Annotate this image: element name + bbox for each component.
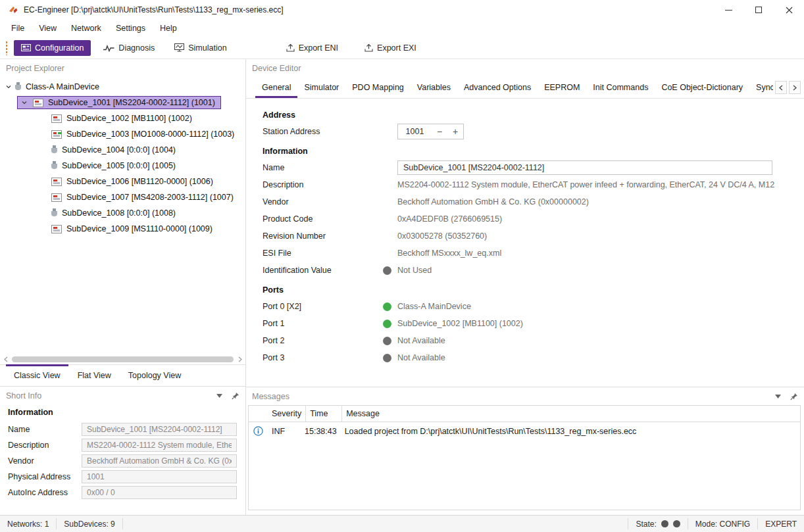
station-address-row: Station Address 1001 − + — [263, 123, 791, 140]
name-input[interactable] — [397, 160, 772, 175]
vendor-field[interactable] — [82, 454, 237, 468]
maximize-button[interactable] — [743, 0, 774, 20]
esi-file-label: ESI File — [263, 249, 383, 258]
revision-number-row: Revision Number 0x03005278 (50352760) — [263, 228, 791, 245]
tree-item-subdevice-1008[interactable]: SubDevice_1008 [0:0:0] (1008) — [0, 205, 245, 221]
status-dot-gray — [383, 337, 391, 345]
tree-item-subdevice-1009[interactable]: SubDevice_1009 [MS1110-0000] (1009) — [0, 221, 245, 237]
message-time: 15:38:43 — [301, 427, 341, 436]
description-label: Description — [263, 180, 383, 189]
revision-number-label: Revision Number — [263, 231, 383, 241]
description-field[interactable] — [82, 439, 237, 452]
pin-icon[interactable] — [232, 392, 239, 400]
project-explorer-panel: Project Explorer Class-A MainDevice — [0, 59, 245, 515]
tree-item-subdevice-1002[interactable]: SubDevice_1002 [MB1100] (1002) — [0, 110, 245, 126]
decrement-button[interactable]: − — [432, 124, 447, 139]
tab-coe-object-dictionary[interactable]: CoE Object-Dictionary — [655, 76, 749, 98]
tab-general[interactable]: General — [255, 76, 297, 98]
minimize-button[interactable] — [713, 0, 743, 20]
column-severity[interactable]: Severity — [268, 406, 306, 422]
product-code-label: Product Code — [263, 214, 383, 224]
tab-eeprom[interactable]: EEPROM — [538, 76, 586, 98]
simulation-button[interactable]: Simulation — [167, 40, 234, 56]
port-1-label: Port 1 — [263, 319, 383, 328]
tree-item-label: Class-A MainDevice — [26, 82, 99, 91]
mb-module-icon — [51, 114, 62, 123]
info-icon — [249, 426, 268, 436]
tab-topology-view[interactable]: Topology View — [120, 365, 189, 386]
scroll-left-icon[interactable] — [2, 356, 9, 362]
menu-help[interactable]: Help — [153, 21, 184, 36]
chevron-down-icon[interactable] — [4, 84, 13, 90]
diagnosis-label: Diagnosis — [118, 43, 155, 53]
autoinc-address-field[interactable] — [82, 486, 237, 499]
configuration-button[interactable]: Configuration — [14, 40, 91, 56]
simulation-label: Simulation — [188, 43, 226, 53]
pin-icon[interactable] — [790, 393, 798, 400]
messages-title: Messages — [252, 392, 289, 401]
increment-button[interactable]: + — [447, 124, 463, 139]
port-2-value: Not Available — [397, 336, 445, 345]
status-dot-green — [383, 320, 391, 328]
message-severity: INF — [268, 427, 301, 436]
tabs-scroll-left-button[interactable] — [775, 81, 787, 94]
tree-item-subdevice-1005[interactable]: SubDevice_1005 [0:0:0] (1005) — [0, 158, 245, 174]
tab-flat-view[interactable]: Flat View — [69, 365, 120, 386]
name-field[interactable] — [82, 423, 237, 436]
physical-address-field[interactable] — [82, 470, 237, 483]
tree-item-label: SubDevice_1003 [MO1008-0000-1112] (1003) — [66, 130, 234, 139]
expert-indicator: EXPERT — [757, 518, 804, 529]
station-address-stepper[interactable]: 1001 − + — [397, 124, 464, 139]
menu-network[interactable]: Network — [64, 21, 109, 36]
column-time[interactable]: Time — [306, 406, 342, 422]
mo-module-icon — [51, 130, 62, 139]
tree-item-subdevice-1007[interactable]: SubDevice_1007 [MS4208-2003-1112] (1007) — [0, 189, 245, 205]
tab-init-commands[interactable]: Init Commands — [586, 76, 655, 98]
tab-pdo-mapping[interactable]: PDO Mapping — [345, 76, 411, 98]
dropdown-icon[interactable] — [216, 394, 222, 398]
close-button[interactable] — [774, 0, 804, 20]
diagnosis-button[interactable]: Diagnosis — [96, 40, 162, 56]
networks-count: Networks: 1 — [0, 518, 57, 529]
tab-simulator[interactable]: Simulator — [297, 76, 345, 98]
horizontal-scrollbar[interactable] — [0, 354, 245, 364]
export-eni-button[interactable]: Export ENI — [280, 40, 344, 56]
status-dot-gray — [383, 354, 391, 362]
station-address-value[interactable]: 1001 — [398, 127, 432, 136]
scrollbar-thumb[interactable] — [12, 356, 234, 362]
product-code-row: Product Code 0xA4DEDF0B (2766069515) — [263, 210, 791, 228]
tabs-scroll-right-button[interactable] — [789, 81, 801, 94]
field-label: Name — [8, 425, 82, 434]
toolbar-grip[interactable] — [5, 41, 8, 55]
identification-value-label: Identification Value — [263, 266, 383, 275]
chevron-down-icon[interactable] — [20, 99, 28, 106]
tree-item-subdevice-1003[interactable]: SubDevice_1003 [MO1008-0000-1112] (1003) — [0, 126, 245, 142]
tree-item-subdevice-1004[interactable]: SubDevice_1004 [0:0:0] (1004) — [0, 142, 245, 158]
chevron-right-icon — [793, 85, 797, 91]
short-info-row: Vendor — [8, 453, 237, 469]
menu-settings[interactable]: Settings — [109, 21, 153, 36]
menu-file[interactable]: File — [4, 21, 32, 36]
export-icon — [286, 43, 295, 52]
menu-view[interactable]: View — [32, 21, 64, 36]
message-row[interactable]: INF 15:38:43 Loaded project from D:\prj\… — [249, 422, 800, 440]
tab-advanced-options[interactable]: Advanced Options — [457, 76, 538, 98]
status-bar: Networks: 1 SubDevices: 9 State: Mode: C… — [0, 515, 804, 532]
column-message[interactable]: Message — [342, 406, 800, 422]
vendor-value: Beckhoff Automation GmbH & Co. KG (0x000… — [397, 197, 589, 206]
tab-classic-view[interactable]: Classic View — [5, 365, 69, 386]
messages-table: Severity Time Message INF 15:38:43 Loade… — [248, 405, 801, 510]
tree-item-maindevice[interactable]: Class-A MainDevice — [0, 79, 245, 95]
dropdown-icon[interactable] — [775, 395, 781, 399]
project-explorer-title: Project Explorer — [6, 64, 64, 73]
export-exi-button[interactable]: Export EXI — [359, 40, 422, 56]
tree-item-subdevice-1006[interactable]: SubDevice_1006 [MB1120-0000] (1006) — [0, 174, 245, 189]
state-dot — [661, 520, 668, 527]
tab-variables[interactable]: Variables — [411, 76, 457, 98]
scroll-right-icon[interactable] — [236, 356, 243, 362]
tree-item-label: SubDevice_1008 [0:0:0] (1008) — [62, 208, 176, 218]
tree-item-subdevice-1001[interactable]: SubDevice_1001 [MS2204-0002-1112] (1001) — [0, 95, 245, 110]
device-editor-tabs: General Simulator PDO Mapping Variables … — [246, 76, 804, 99]
short-info-panel: Short Info Information Name Description — [0, 387, 245, 515]
tree-item-label: SubDevice_1001 [MS2204-0002-1112] (1001) — [48, 98, 215, 107]
